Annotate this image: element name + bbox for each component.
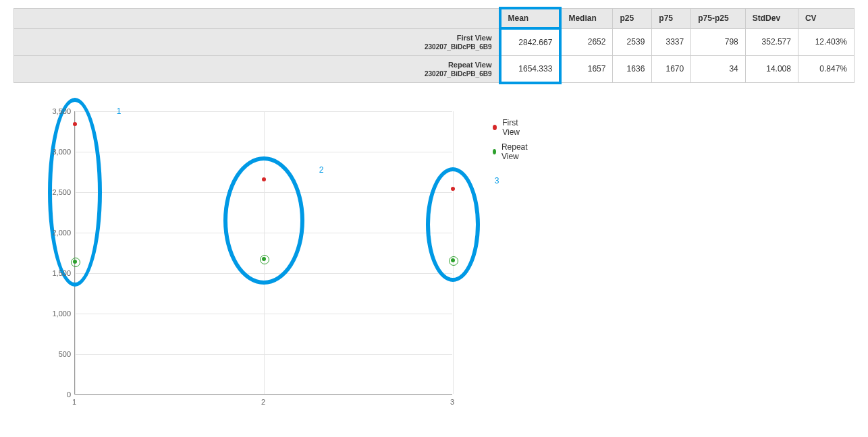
annotation-label: 2: [319, 165, 324, 175]
legend-item-first: First View: [493, 118, 530, 137]
col-p75: p75: [652, 8, 691, 28]
cell: 12.403%: [798, 28, 854, 55]
data-point: [73, 260, 77, 264]
cell: 0.847%: [798, 55, 854, 82]
stats-table: Mean Median p25 p75 p75-p25 StdDev CV Fi…: [13, 7, 855, 84]
cell: 3337: [652, 28, 691, 55]
cell: 1654.333: [500, 55, 561, 82]
cell: 14.008: [745, 55, 798, 82]
data-point: [262, 177, 266, 181]
x-tick: 2: [261, 398, 265, 406]
cell: 1636: [613, 55, 652, 82]
gridline: [75, 395, 452, 395]
y-tick: 0: [34, 390, 71, 399]
y-tick: 500: [34, 350, 71, 358]
annotation-ellipse: [223, 156, 304, 285]
cell: 2652: [560, 28, 613, 55]
y-tick: 1,500: [34, 269, 71, 277]
data-point: [451, 187, 455, 191]
annotation-label: 1: [117, 107, 121, 116]
data-point: [451, 258, 455, 262]
table-row: Repeat View230207_BiDcPB_6B91654.3331657…: [14, 55, 855, 82]
col-p75p25: p75-p25: [691, 8, 746, 28]
legend-label-repeat: Repeat View: [501, 142, 530, 161]
y-tick: 2,000: [34, 229, 71, 237]
chart: 123 First View Repeat View 05001,0001,50…: [34, 105, 479, 428]
data-point: [262, 257, 266, 261]
y-tick: 3,000: [34, 148, 71, 156]
col-stddev: StdDev: [745, 8, 798, 28]
col-cv: CV: [798, 8, 854, 28]
row-label: First View230207_BiDcPB_6B9: [14, 28, 500, 55]
y-tick: 2,500: [34, 188, 71, 196]
legend-item-repeat: Repeat View: [493, 142, 530, 161]
x-tick: 1: [72, 398, 76, 406]
cell: 352.577: [745, 28, 798, 55]
table-row: First View230207_BiDcPB_6B92842.66726522…: [14, 28, 855, 55]
col-mean: Mean: [500, 8, 561, 28]
legend-dot-repeat-icon: [493, 149, 496, 154]
col-p25: p25: [613, 8, 652, 28]
cell: 1670: [652, 55, 691, 82]
legend-dot-first-icon: [493, 125, 497, 130]
cell: 1657: [560, 55, 613, 82]
legend: First View Repeat View: [493, 118, 530, 167]
annotation-label: 3: [495, 176, 499, 185]
legend-label-first: First View: [502, 118, 530, 137]
blank-header: [14, 8, 500, 28]
y-tick: 1,000: [34, 310, 71, 318]
col-median: Median: [560, 8, 613, 28]
y-tick: 3,500: [34, 107, 71, 115]
plot-area: 123: [74, 111, 452, 395]
cell: 798: [691, 28, 746, 55]
cell: 34: [691, 55, 746, 82]
x-tick: 3: [450, 398, 454, 406]
row-label: Repeat View230207_BiDcPB_6B9: [14, 55, 500, 82]
cell: 2842.667: [500, 28, 561, 55]
cell: 2539: [613, 28, 652, 55]
data-point: [73, 122, 77, 126]
